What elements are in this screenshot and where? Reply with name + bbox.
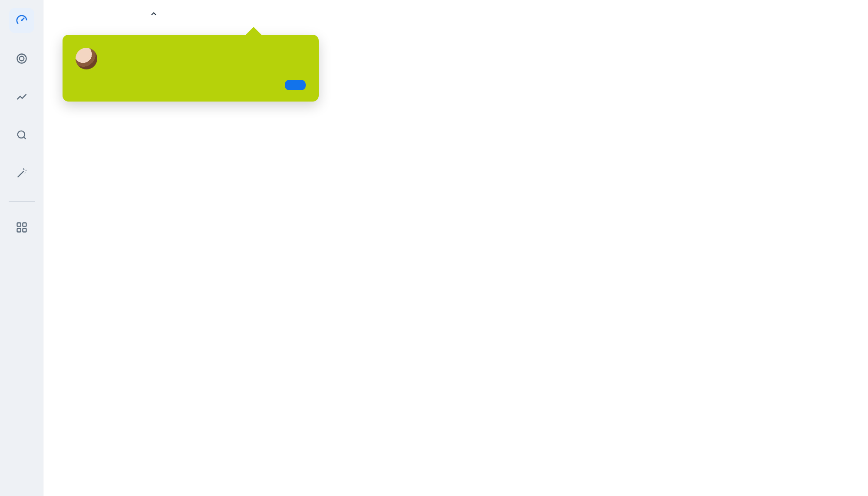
sidebar-item-trend[interactable]	[9, 84, 34, 109]
svg-point-3	[17, 131, 24, 138]
svg-rect-6	[17, 228, 20, 232]
svg-point-2	[19, 56, 24, 61]
tooltip-gotit-button[interactable]	[285, 80, 306, 90]
section-header[interactable]	[148, 8, 864, 20]
sidebar-item-tools[interactable]	[9, 161, 34, 186]
grid-icon	[16, 221, 28, 233]
sidebar	[0, 0, 43, 496]
svg-rect-4	[17, 223, 20, 227]
search-globe-icon	[16, 129, 28, 141]
svg-rect-7	[23, 228, 26, 232]
sidebar-item-search[interactable]	[9, 122, 34, 148]
chevron-up-icon	[148, 8, 160, 20]
wand-icon	[16, 167, 28, 179]
avatar	[76, 48, 97, 69]
sidebar-divider	[9, 201, 35, 202]
sidebar-item-target[interactable]	[9, 46, 34, 71]
gauge-icon	[15, 14, 28, 27]
svg-point-1	[17, 54, 26, 63]
target-icon	[16, 53, 28, 65]
svg-point-0	[21, 20, 23, 21]
trend-icon	[16, 91, 28, 103]
svg-rect-5	[23, 223, 26, 227]
onboarding-tooltip	[63, 35, 319, 102]
sidebar-item-speed[interactable]	[9, 8, 34, 33]
sidebar-item-apps[interactable]	[9, 215, 34, 240]
